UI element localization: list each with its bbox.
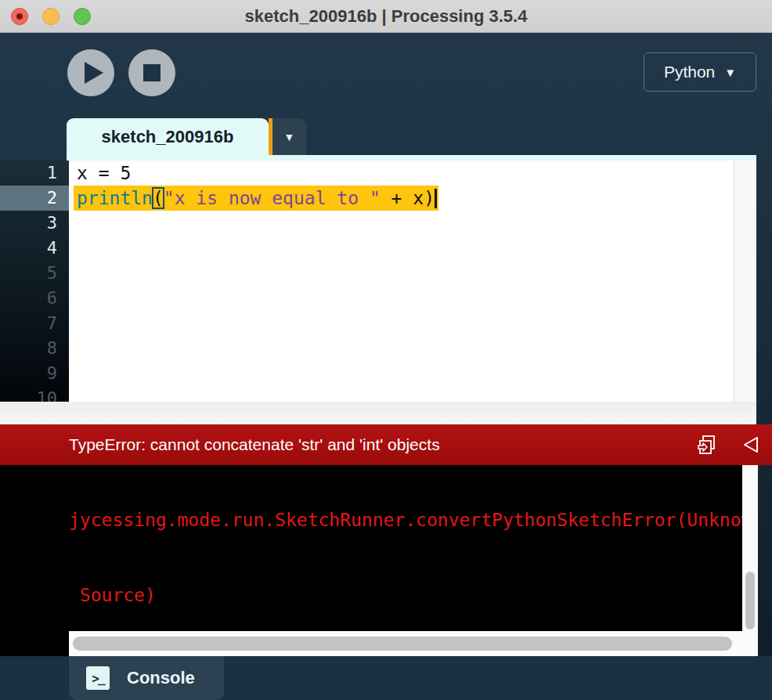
mode-label: Python — [664, 63, 715, 81]
footer-bar: >_ Console — [0, 656, 772, 700]
tab-sketch[interactable]: sketch_200916b — [67, 118, 269, 155]
tab-sketch-label: sketch_200916b — [102, 127, 234, 147]
error-message: TypeError: cannot concatenate 'str' and … — [69, 424, 440, 465]
editor-top-strip — [67, 155, 756, 161]
copy-error-icon[interactable] — [697, 435, 717, 455]
terminal-icon: >_ — [86, 666, 110, 690]
line-number: 5 — [0, 261, 69, 286]
titlebar: sketch_200916b | Processing 3.5.4 — [0, 0, 772, 33]
code-editor[interactable]: 1 2 3 4 5 6 7 8 9 10 x = 5 println("x is… — [0, 161, 756, 402]
line-number: 3 — [0, 211, 69, 236]
error-bar: TypeError: cannot concatenate 'str' and … — [0, 424, 772, 465]
chevron-down-icon: ▼ — [724, 66, 736, 79]
play-icon — [85, 62, 103, 84]
console-horizontal-scrollbar-thumb[interactable] — [73, 637, 732, 651]
stack-trace-line: jycessing.mode.run.SketchRunner.convertP… — [69, 507, 742, 532]
string-token: "x is now equal to " — [164, 188, 381, 208]
text-caret — [435, 189, 437, 208]
code-text-area[interactable]: x = 5 println("x is now equal to " + x) — [69, 161, 734, 402]
collapse-console-icon[interactable] — [741, 435, 761, 455]
chevron-down-icon: ▼ — [284, 131, 295, 143]
line-number: 9 — [0, 361, 69, 386]
current-line-highlight: println("x is now equal to " + x) — [74, 186, 438, 211]
code-line-1: x = 5 — [69, 161, 734, 186]
mode-selector[interactable]: Python ▼ — [644, 52, 756, 92]
console-tab-label: Console — [127, 668, 195, 688]
line-number: 8 — [0, 336, 69, 361]
stop-button[interactable] — [128, 49, 175, 96]
console-tab[interactable]: >_ Console — [69, 656, 224, 700]
line-number-current: 2 — [0, 186, 69, 211]
editor-horizontal-scrollbar[interactable] — [0, 402, 756, 424]
matched-paren-token: ( — [153, 188, 164, 208]
line-number: 7 — [0, 311, 69, 336]
function-token: println — [77, 188, 153, 208]
tab-menu-button[interactable]: ▼ — [272, 118, 306, 155]
line-number-gutter: 1 2 3 4 5 6 7 8 9 10 — [0, 161, 69, 402]
stop-icon — [143, 64, 161, 81]
run-button[interactable] — [67, 49, 114, 96]
line-number: 6 — [0, 286, 69, 311]
stack-trace: jycessing.mode.run.SketchRunner.convertP… — [69, 465, 742, 656]
console-vertical-scrollbar-thumb[interactable] — [745, 572, 755, 630]
line-number: 4 — [0, 236, 69, 261]
console-vertical-scrollbar[interactable] — [742, 465, 758, 656]
console-horizontal-scrollbar[interactable] — [69, 631, 742, 656]
console-output[interactable]: jycessing.mode.run.SketchRunner.convertP… — [0, 465, 742, 656]
stack-trace-line: Source) — [69, 583, 742, 608]
window-title: sketch_200916b | Processing 3.5.4 — [0, 0, 772, 33]
line-number: 10 — [0, 386, 69, 402]
editor-vertical-scrollbar[interactable] — [734, 161, 756, 402]
line-number: 1 — [0, 161, 69, 186]
processing-window: sketch_200916b | Processing 3.5.4 Python… — [0, 0, 772, 700]
plain-token: + x) — [381, 188, 435, 208]
code-line-2-current: println("x is now equal to " + x) — [69, 186, 734, 211]
